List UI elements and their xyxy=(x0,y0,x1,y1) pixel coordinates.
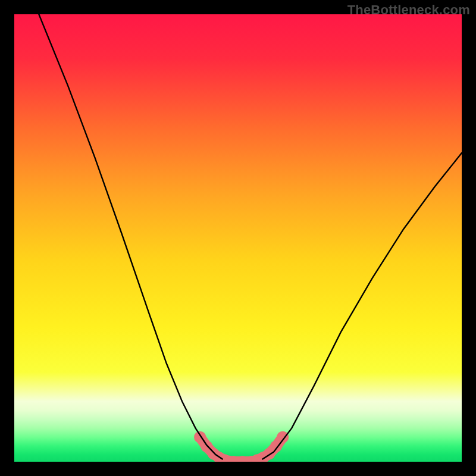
watermark-text: TheBottleneck.com xyxy=(347,2,470,18)
left-curve-line xyxy=(39,14,222,459)
plot-area xyxy=(14,14,462,462)
right-curve-line xyxy=(262,153,462,459)
chart-frame: TheBottleneck.com xyxy=(0,0,476,476)
svg-point-13 xyxy=(277,431,289,443)
curves-layer xyxy=(14,14,462,462)
